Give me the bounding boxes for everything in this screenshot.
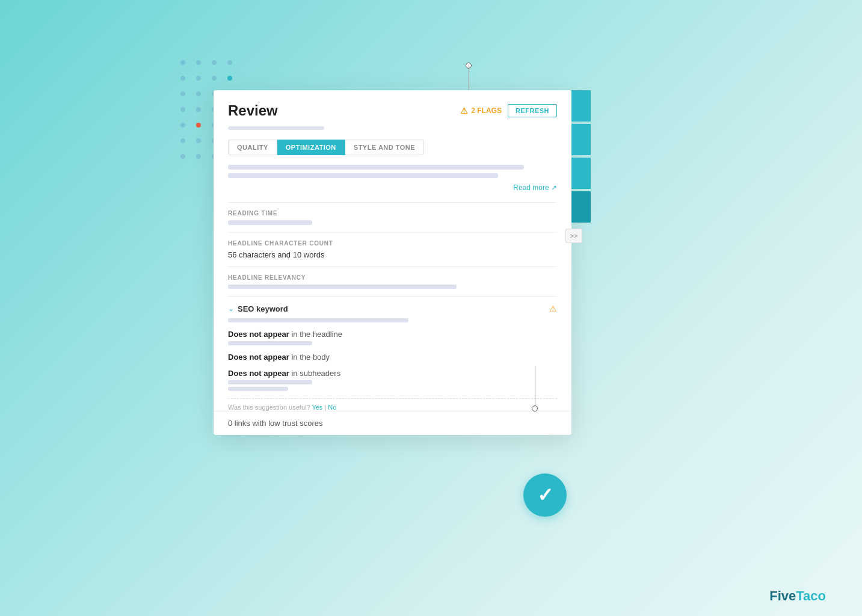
flags-badge: ⚠ 2 FLAGS xyxy=(460,106,502,116)
seo-item-body: Does not appear in the body xyxy=(228,353,557,362)
divider-4 xyxy=(228,296,557,297)
suggestion-yes-link[interactable]: Yes xyxy=(312,404,322,411)
read-more-row: Read more ↗ xyxy=(228,182,557,192)
desc-bar-2 xyxy=(228,173,498,178)
dot xyxy=(180,154,185,159)
dot xyxy=(180,138,185,143)
seo-item-headline-rest: in the headline xyxy=(289,330,342,339)
sidebar-seg-1 xyxy=(571,90,591,122)
dot xyxy=(196,76,201,81)
sidebar-expand-button[interactable]: >> xyxy=(565,229,582,243)
refresh-button[interactable]: REFRESH xyxy=(508,104,557,117)
warning-icon: ⚠ xyxy=(460,106,468,116)
dot xyxy=(196,138,201,143)
tab-style-and-tone[interactable]: STYLE AND TONE xyxy=(345,140,424,155)
seo-item-headline-bold: Does not appear xyxy=(228,330,289,339)
panel-title: Review xyxy=(228,102,278,119)
seo-item-body-bold: Does not appear xyxy=(228,353,289,362)
review-panel: Review ⚠ 2 FLAGS REFRESH QUALITY OPTIMIZ… xyxy=(214,90,571,435)
seo-keyword-title: SEO keyword xyxy=(238,304,288,313)
dot xyxy=(196,154,201,159)
dot xyxy=(227,60,232,65)
dot xyxy=(180,91,185,96)
panel-header: Review ⚠ 2 FLAGS REFRESH xyxy=(214,90,571,126)
dot xyxy=(180,60,185,65)
tab-quality[interactable]: QUALITY xyxy=(228,140,277,155)
sidebar-bar xyxy=(571,90,591,223)
divider-3 xyxy=(228,266,557,267)
seo-warning-icon: ⚠ xyxy=(549,304,557,313)
seo-keyword-header: ⌄ SEO keyword ⚠ xyxy=(228,304,557,313)
divider-2 xyxy=(228,232,557,233)
connector-line-seo xyxy=(535,366,535,408)
seo-item-headline: Does not appear in the headline xyxy=(228,330,557,345)
header-right: ⚠ 2 FLAGS REFRESH xyxy=(460,104,557,117)
headline-char-value: 56 characters and 10 words xyxy=(228,250,557,259)
branding: FiveTaco xyxy=(769,588,826,604)
flags-count: 2 FLAGS xyxy=(471,106,502,115)
reading-time-label: READING TIME xyxy=(228,210,557,217)
seo-item-headline-text: Does not appear in the headline xyxy=(228,330,557,339)
suggestion-no-link[interactable]: No xyxy=(328,404,336,411)
read-more-link[interactable]: Read more ↗ xyxy=(513,183,557,192)
links-row: 0 links with low trust scores xyxy=(214,411,571,435)
dot xyxy=(212,76,217,81)
brand-five: Five xyxy=(769,588,796,603)
suggestion-row: Was this suggestion useful? Yes | No xyxy=(228,398,557,411)
tab-optimization[interactable]: OPTIMIZATION xyxy=(277,140,345,155)
seo-item-body-rest: in the body xyxy=(289,353,330,362)
expand-icon: >> xyxy=(570,232,578,239)
dot xyxy=(212,60,217,65)
links-value: 0 links with low trust scores xyxy=(228,419,323,428)
panel-body: Read more ↗ READING TIME HEADLINE CHARAC… xyxy=(214,165,571,411)
sidebar-seg-dark xyxy=(571,191,591,223)
progress-bar-top xyxy=(228,126,324,130)
connector-circle-seo xyxy=(532,405,538,411)
suggestion-sep: | xyxy=(324,404,326,411)
suggestion-prompt: Was this suggestion useful? xyxy=(228,404,312,411)
seo-item-subheaders-bar-1 xyxy=(228,380,312,384)
tabs-container: QUALITY OPTIMIZATION STYLE AND TONE xyxy=(214,140,571,155)
dot xyxy=(196,60,201,65)
seo-title-row: ⌄ SEO keyword xyxy=(228,304,288,313)
dot xyxy=(196,91,201,96)
seo-item-subheaders-rest: in subheaders xyxy=(289,369,340,378)
dot xyxy=(180,76,185,81)
reading-time-bar xyxy=(228,220,312,225)
seo-sub-bar xyxy=(228,318,408,322)
dot xyxy=(196,107,201,112)
headline-char-label: HEADLINE CHARACTER COUNT xyxy=(228,240,557,247)
sidebar-seg-2 xyxy=(571,124,591,155)
brand-taco: Taco xyxy=(796,588,826,603)
desc-bar-1 xyxy=(228,165,524,170)
seo-keyword-section: ⌄ SEO keyword ⚠ Does not appear in the h… xyxy=(228,304,557,411)
dot xyxy=(196,123,201,128)
check-circle: ✓ xyxy=(523,473,567,517)
check-icon: ✓ xyxy=(537,484,553,507)
seo-item-headline-bar xyxy=(228,341,312,345)
dot xyxy=(180,123,185,128)
seo-item-subheaders-bold: Does not appear xyxy=(228,369,289,378)
seo-item-subheaders-text: Does not appear in subheaders xyxy=(228,369,557,378)
dot xyxy=(227,76,232,81)
seo-item-subheaders: Does not appear in subheaders xyxy=(228,369,557,391)
seo-item-subheaders-bar-2 xyxy=(228,387,288,391)
dot xyxy=(180,107,185,112)
seo-item-body-text: Does not appear in the body xyxy=(228,353,557,362)
sidebar-seg-3 xyxy=(571,158,591,189)
headline-relevancy-bar xyxy=(228,285,457,289)
headline-relevancy-label: HEADLINE RELEVANCY xyxy=(228,274,557,281)
chevron-down-icon: ⌄ xyxy=(228,304,234,313)
divider-1 xyxy=(228,202,557,203)
